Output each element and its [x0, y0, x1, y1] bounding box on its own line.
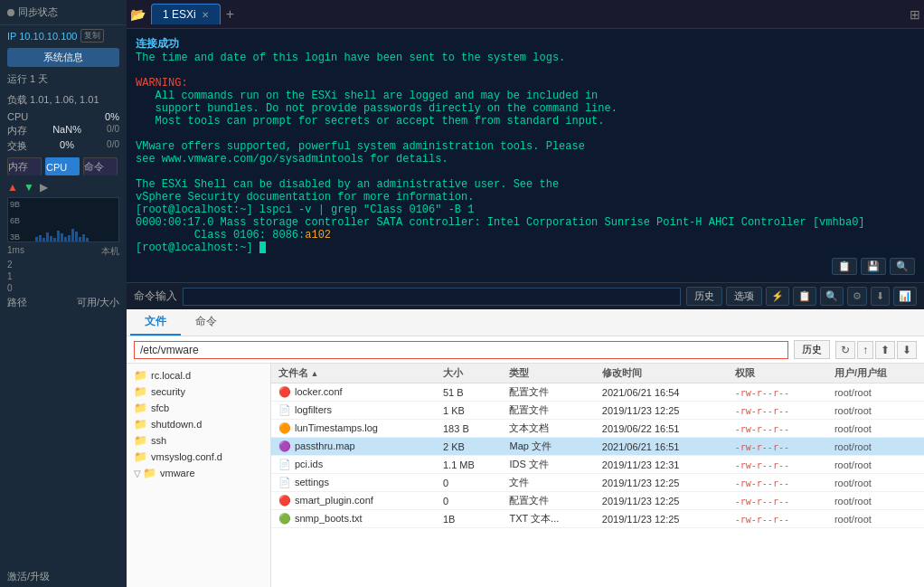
- activate-upgrade-button[interactable]: 激活/升级: [7, 570, 119, 583]
- table-row[interactable]: 🔴locker.conf 51 B 配置文件 2021/06/21 16:54 …: [271, 383, 924, 402]
- gear-button[interactable]: ⚙: [847, 287, 867, 306]
- clipboard-button[interactable]: 📋: [793, 287, 816, 306]
- file-tab-commands[interactable]: 命令: [181, 309, 231, 336]
- folder-icon: 📁: [134, 402, 147, 414]
- tree-item-ssh[interactable]: 📁 ssh: [127, 432, 270, 449]
- cmd-input-wrap[interactable]: [183, 288, 681, 306]
- refresh-button[interactable]: ↻: [835, 341, 855, 359]
- col-size[interactable]: 大小: [436, 364, 503, 383]
- terminal-line-8: The ESXi Shell can be disabled by an adm…: [136, 178, 915, 191]
- tree-item-vmsyslog[interactable]: 📁 vmsyslog.conf.d: [127, 449, 270, 465]
- file-type: 文本文档: [502, 420, 594, 438]
- col-filename[interactable]: 文件名: [271, 364, 436, 383]
- tab-cmd[interactable]: 命令: [83, 157, 118, 175]
- file-type-icon: 🟢: [278, 513, 291, 524]
- col-owner[interactable]: 用户/用户组: [827, 364, 924, 383]
- tree-item-label: security: [151, 386, 185, 397]
- col-perms[interactable]: 权限: [728, 364, 827, 383]
- file-name: 📄settings: [271, 474, 436, 492]
- tree-item-shutdownd[interactable]: 📁 shutdown.d: [127, 416, 270, 432]
- tree-item-security[interactable]: 📁 security: [127, 383, 270, 400]
- terminal-blank-3: [136, 166, 915, 178]
- file-type: TXT 文本...: [502, 510, 594, 528]
- file-size: 1.1 MB: [436, 456, 503, 474]
- tab-close-button[interactable]: ✕: [202, 10, 209, 20]
- ms-row: 1ms 本机: [0, 244, 127, 259]
- tab-mem[interactable]: 内存: [7, 157, 42, 175]
- tab-esxi[interactable]: 1 ESXi ✕: [151, 4, 221, 24]
- file-size: 1 KB: [436, 402, 503, 420]
- option-button[interactable]: 选项: [726, 287, 762, 306]
- upload-button[interactable]: ⬆: [875, 341, 895, 359]
- table-row[interactable]: 🟣passthru.map 2 KB Map 文件 2021/06/21 16:…: [271, 438, 924, 456]
- tab-bar: 📂 1 ESXi ✕ + ⊞: [127, 0, 924, 29]
- swap-value: 0%: [60, 139, 74, 153]
- file-owner: root/root: [827, 402, 924, 420]
- grid-view-icon[interactable]: ⊞: [910, 7, 920, 22]
- add-tab-button[interactable]: +: [226, 6, 234, 23]
- expand-icon: ▽: [134, 469, 141, 478]
- file-body: 📁 rc.local.d 📁 security 📁 sfcb 📁 shutdow…: [127, 364, 924, 587]
- file-perms: -rw-r--r--: [728, 456, 827, 474]
- cpu-row: CPU 0%: [0, 110, 127, 123]
- folder-icon[interactable]: 📂: [130, 7, 146, 22]
- table-row[interactable]: 📄pci.ids 1.1 MB IDS 文件 2019/11/23 12:31 …: [271, 456, 924, 474]
- download-button[interactable]: ⬇: [871, 287, 890, 306]
- save-tool-button[interactable]: 💾: [861, 258, 886, 275]
- table-row[interactable]: 🔴smart_plugin.conf 0 配置文件 2019/11/23 12:…: [271, 492, 924, 510]
- ms-val-2: 2: [7, 260, 13, 270]
- download-file-button[interactable]: ⬇: [897, 341, 917, 359]
- file-owner: root/root: [827, 492, 924, 510]
- table-row[interactable]: 🟢snmp_boots.txt 1B TXT 文本... 2019/11/23 …: [271, 510, 924, 528]
- file-modified: 2019/06/22 16:51: [595, 420, 728, 438]
- history-button[interactable]: 历史: [686, 287, 722, 306]
- tab-cpu[interactable]: CPU: [45, 157, 80, 175]
- terminal-line-cmd1: [root@localhost:~] lspci -v | grep "Clas…: [136, 204, 915, 216]
- main-area: 📂 1 ESXi ✕ + ⊞ 连接成功 The time and date of…: [127, 0, 924, 587]
- search-tool-button[interactable]: 🔍: [890, 258, 915, 275]
- terminal[interactable]: 连接成功 The time and date of this login hav…: [127, 29, 924, 282]
- terminal-line-5: Most tools can prompt for secrets or acc…: [136, 115, 915, 128]
- cmd-input[interactable]: [189, 290, 674, 303]
- file-owner: root/root: [827, 510, 924, 528]
- tab-esxi-label: 1 ESXi: [163, 8, 196, 21]
- arrow-down-icon: ▼: [24, 181, 34, 194]
- lightning-button[interactable]: ⚡: [766, 287, 789, 306]
- file-owner: root/root: [827, 474, 924, 492]
- cpu-value: 0%: [105, 111, 119, 122]
- ms-val-0: 0: [7, 283, 13, 293]
- uptime-label: 运行 1 天: [0, 69, 127, 90]
- file-tab-files[interactable]: 文件: [130, 309, 181, 336]
- file-owner: root/root: [827, 420, 924, 438]
- folder-icon: 📁: [134, 450, 147, 463]
- path-input[interactable]: [134, 341, 788, 359]
- file-name: 🟠lunTimestamps.log: [271, 420, 436, 438]
- terminal-line-0: 连接成功: [136, 36, 915, 52]
- file-size: 0: [436, 492, 503, 510]
- sys-info-button[interactable]: 系统信息: [7, 48, 119, 67]
- copy-ip-button[interactable]: 复制: [80, 29, 104, 43]
- col-type[interactable]: 类型: [502, 364, 594, 383]
- file-perms: -rw-r--r--: [728, 474, 827, 492]
- search-button[interactable]: 🔍: [820, 287, 844, 306]
- terminal-line-result: 0000:00:17.0 Mass storage controller SAT…: [136, 216, 915, 229]
- parent-dir-button[interactable]: ↑: [857, 341, 873, 359]
- net-label-6b: 6B: [10, 216, 20, 225]
- folder-icon: 📁: [134, 385, 147, 398]
- table-row[interactable]: 📄settings 0 文件 2019/11/23 12:25 -rw-r--r…: [271, 474, 924, 492]
- terminal-line-4: support bundles. Do not provide password…: [136, 102, 915, 115]
- terminal-line-3: All commands run on the ESXi shell are l…: [136, 90, 915, 102]
- path-bar: 历史 ↻ ↑ ⬆ ⬇: [127, 336, 924, 364]
- tree-item-vmware[interactable]: ▽ 📁 vmware: [127, 465, 270, 481]
- path-history-button[interactable]: 历史: [794, 340, 830, 359]
- net-label-9b: 9B: [10, 200, 20, 209]
- tree-item-sfcb[interactable]: 📁 sfcb: [127, 400, 270, 416]
- table-row[interactable]: 📄logfilters 1 KB 配置文件 2019/11/23 12:25 -…: [271, 402, 924, 420]
- col-modified[interactable]: 修改时间: [595, 364, 728, 383]
- copy-tool-button[interactable]: 📋: [832, 258, 857, 275]
- chart-button[interactable]: 📊: [893, 287, 917, 306]
- table-row[interactable]: 🟠lunTimestamps.log 183 B 文本文档 2019/06/22…: [271, 420, 924, 438]
- swap-row: 交换 0% 0/0: [0, 138, 127, 154]
- file-tabs: 文件 命令: [127, 309, 924, 336]
- tree-item-rclocald[interactable]: 📁 rc.local.d: [127, 367, 270, 383]
